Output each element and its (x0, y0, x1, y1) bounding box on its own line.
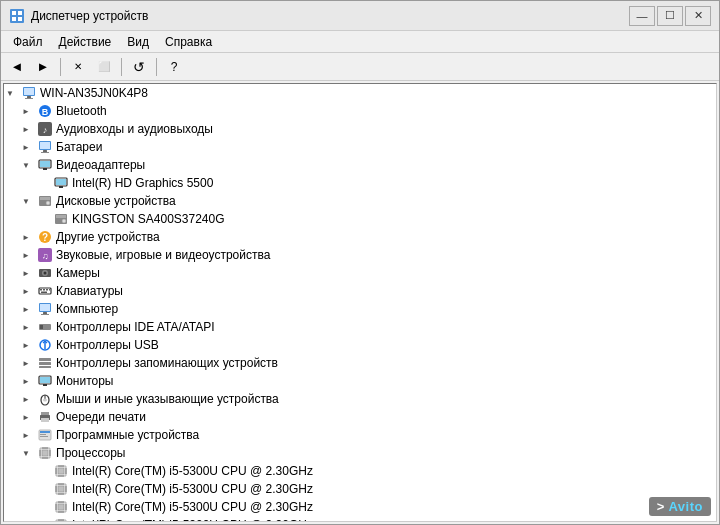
expand-icon[interactable]: ► (22, 323, 36, 332)
expand-icon[interactable]: ► (22, 125, 36, 134)
device-tree[interactable]: ▼WIN-AN35JN0K4P8►BBluetooth►♪Аудиовходы … (3, 83, 717, 522)
device-icon (37, 409, 53, 425)
tree-item[interactable]: Intel(R) Core(TM) i5-5300U CPU @ 2.30GHz (4, 480, 716, 498)
svg-rect-54 (39, 366, 51, 368)
svg-point-60 (43, 399, 47, 402)
expand-icon[interactable]: ▼ (22, 197, 36, 206)
avito-watermark: > Avito (649, 497, 711, 516)
expand-icon[interactable]: ► (22, 143, 36, 152)
tree-item[interactable]: Intel(R) Core(TM) i5-5300U CPU @ 2.30GHz (4, 462, 716, 480)
svg-rect-53 (39, 362, 51, 365)
tree-item[interactable]: ►Очереди печати (4, 408, 716, 426)
device-label: KINGSTON SA400S37240G (72, 212, 225, 226)
tree-item[interactable]: ►Контроллеры запоминающих устройств (4, 354, 716, 372)
tree-item[interactable]: ►Программные устройства (4, 426, 716, 444)
svg-rect-66 (40, 434, 46, 435)
svg-rect-15 (43, 150, 47, 152)
device-label: Звуковые, игровые и видеоустройства (56, 248, 270, 262)
help-button[interactable]: ? (162, 56, 186, 78)
device-icon (21, 85, 37, 101)
expand-icon[interactable]: ► (22, 359, 36, 368)
tree-item[interactable]: ▼Дисковые устройства (4, 192, 716, 210)
svg-rect-56 (40, 377, 50, 383)
tree-item[interactable]: Intel(R) HD Graphics 5500 (4, 174, 716, 192)
tree-item[interactable]: ▼WIN-AN35JN0K4P8 (4, 84, 716, 102)
back-button[interactable]: ◄ (5, 56, 29, 78)
expand-icon[interactable]: ► (22, 233, 36, 242)
device-manager-window: Диспетчер устройств — ☐ ✕ Файл Действие … (0, 0, 720, 525)
device-label: Intel(R) Core(TM) i5-5300U CPU @ 2.30GHz (72, 482, 313, 496)
tree-item[interactable]: ►BBluetooth (4, 102, 716, 120)
tree-item[interactable]: ►Контроллеры USB (4, 336, 716, 354)
menu-file[interactable]: Файл (5, 33, 51, 51)
tree-item[interactable]: ►Батареи (4, 138, 716, 156)
expand-icon[interactable]: ► (22, 377, 36, 386)
remove-device-button[interactable]: ✕ (66, 56, 90, 78)
tree-item[interactable]: ►Клавиатуры (4, 282, 716, 300)
properties-button[interactable]: ⬜ (92, 56, 116, 78)
device-icon (37, 391, 53, 407)
expand-icon[interactable]: ► (22, 395, 36, 404)
tree-item[interactable]: ▼Видеоадаптеры (4, 156, 716, 174)
tree-item[interactable]: ►♪Аудиовходы и аудиовыходы (4, 120, 716, 138)
device-label: Intel(R) Core(TM) i5-5300U CPU @ 2.30GHz (72, 500, 313, 514)
device-label: Контроллеры запоминающих устройств (56, 356, 278, 370)
tree-item[interactable]: ►Мониторы (4, 372, 716, 390)
svg-rect-21 (56, 179, 66, 185)
svg-text:B: B (42, 107, 49, 117)
menu-help[interactable]: Справка (157, 33, 220, 51)
expand-icon[interactable]: ► (22, 341, 36, 350)
tree-item[interactable]: ►♫Звуковые, игровые и видеоустройства (4, 246, 716, 264)
tree-item[interactable]: Intel(R) Core(TM) i5-5300U CPU @ 2.30GHz (4, 516, 716, 522)
svg-rect-47 (40, 325, 43, 329)
device-icon (53, 481, 69, 497)
window-title: Диспетчер устройств (31, 9, 148, 23)
svg-rect-16 (41, 152, 49, 153)
device-label: Программные устройства (56, 428, 199, 442)
tree-item[interactable]: ►Контроллеры IDE ATA/ATAPI (4, 318, 716, 336)
device-label: Процессоры (56, 446, 126, 460)
device-label: Компьютер (56, 302, 118, 316)
expand-icon[interactable]: ► (22, 431, 36, 440)
svg-rect-69 (42, 450, 48, 456)
expand-icon[interactable]: ► (22, 107, 36, 116)
device-label: Bluetooth (56, 104, 107, 118)
expand-icon[interactable]: ▼ (22, 161, 36, 170)
forward-button[interactable]: ► (31, 56, 55, 78)
close-button[interactable]: ✕ (685, 6, 711, 26)
device-label: Батареи (56, 140, 102, 154)
tree-item[interactable]: ▼Процессоры (4, 444, 716, 462)
tree-item[interactable]: KINGSTON SA400S37240G (4, 210, 716, 228)
svg-rect-63 (41, 418, 49, 422)
device-label: Аудиовходы и аудиовыходы (56, 122, 213, 136)
toolbar-separator-1 (60, 58, 61, 76)
device-label: Мониторы (56, 374, 113, 388)
svg-rect-36 (39, 288, 51, 294)
expand-icon[interactable]: ► (22, 251, 36, 260)
minimize-button[interactable]: — (629, 6, 655, 26)
svg-rect-4 (18, 17, 22, 21)
expand-icon[interactable]: ► (22, 269, 36, 278)
expand-icon[interactable]: ▼ (6, 89, 20, 98)
tree-item[interactable]: ►Камеры (4, 264, 716, 282)
tree-item[interactable]: ►Компьютер (4, 300, 716, 318)
expand-icon[interactable]: ▼ (22, 449, 36, 458)
menu-view[interactable]: Вид (119, 33, 157, 51)
restore-button[interactable]: ☐ (657, 6, 683, 26)
title-bar-left: Диспетчер устройств (9, 8, 148, 24)
tree-item[interactable]: ►Мыши и иные указывающие устройства (4, 390, 716, 408)
device-icon (53, 517, 69, 522)
menu-action[interactable]: Действие (51, 33, 120, 51)
device-icon (37, 265, 53, 281)
device-label: Intel(R) Core(TM) i5-5300U CPU @ 2.30GHz (72, 464, 313, 478)
expand-icon[interactable]: ► (22, 287, 36, 296)
refresh-button[interactable]: ↺ (127, 56, 151, 78)
expand-icon[interactable]: ► (22, 413, 36, 422)
svg-rect-14 (40, 142, 50, 149)
device-label: Дисковые устройства (56, 194, 176, 208)
tree-item[interactable]: Intel(R) Core(TM) i5-5300U CPU @ 2.30GHz (4, 498, 716, 516)
svg-rect-19 (43, 168, 47, 170)
expand-icon[interactable]: ► (22, 305, 36, 314)
device-icon (37, 373, 53, 389)
tree-item[interactable]: ►?Другие устройства (4, 228, 716, 246)
